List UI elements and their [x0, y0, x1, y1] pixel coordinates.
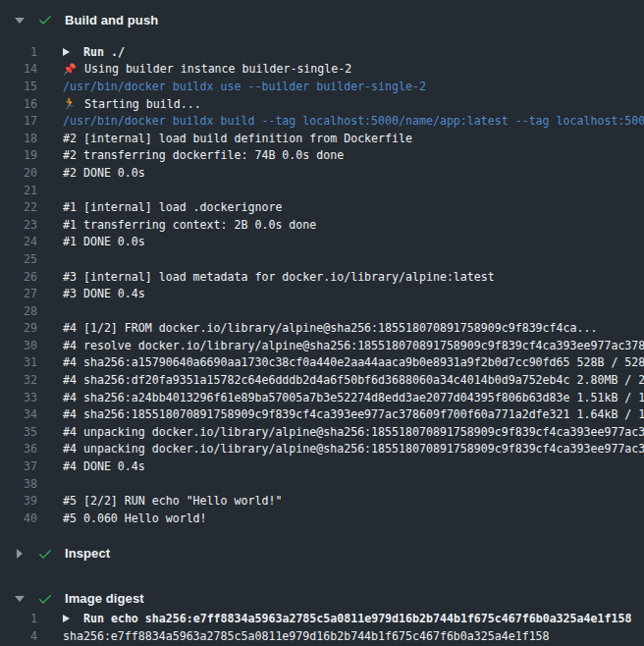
- log-text: #5 [2/2] RUN echo "Hello world!": [63, 494, 644, 508]
- log-section-inspect: Inspect: [0, 545, 644, 563]
- log-text-content: #1 [internal] load .dockerignore: [63, 200, 282, 214]
- log-text-content: #4 sha256:a24bb4013296f61e89ba57005a7b3e…: [63, 391, 644, 404]
- expand-section-icon[interactable]: [17, 549, 23, 559]
- workflow-log: Build and push1Run ./14📌Using builder in…: [0, 0, 644, 646]
- log-line: 38: [0, 475, 644, 493]
- line-number[interactable]: 17: [0, 114, 37, 128]
- line-number[interactable]: 1: [0, 45, 37, 59]
- line-number[interactable]: 18: [0, 132, 37, 145]
- line-number[interactable]: 36: [0, 442, 37, 456]
- log-line: 17/usr/bin/docker buildx build --tag loc…: [0, 112, 644, 130]
- line-number[interactable]: 21: [0, 184, 37, 197]
- section-header-image-digest[interactable]: Image digest: [0, 590, 644, 608]
- log-text: #4 resolve docker.io/library/alpine@sha2…: [63, 339, 644, 352]
- log-line: 16🏃Starting build...: [0, 95, 644, 113]
- pushpin-icon: 📌: [63, 64, 78, 75]
- log-line: 37#4 DONE 0.4s: [0, 458, 644, 475]
- log-line: 4sha256:e7ff8834a5963a2785c5a0811e979d16…: [0, 627, 644, 645]
- log-text-content: #4 sha256:a15790640a6690aa1730c38cf0a440…: [63, 355, 644, 369]
- log-text-content: #4 sha256:185518070891758909c9f839cf4ca3…: [63, 407, 644, 421]
- log-text: /usr/bin/docker buildx build --tag local…: [63, 114, 644, 128]
- log-section-build-and-push: Build and push1Run ./14📌Using builder in…: [0, 11, 644, 527]
- log-line: 24#1 DONE 0.0s: [0, 234, 644, 251]
- log-line: 32#4 sha256:df20fa9351a15782c64e6dddb2d4…: [0, 371, 644, 389]
- log-text: 🏃Starting build...: [63, 97, 644, 111]
- collapse-section-icon[interactable]: [15, 18, 25, 24]
- log-text: Run echo sha256:e7ff8834a5963a2785c5a081…: [63, 612, 644, 625]
- line-number[interactable]: 38: [0, 477, 37, 491]
- log-line: 22#1 [internal] load .dockerignore: [0, 198, 644, 216]
- log-line: 26#3 [internal] load metadata for docker…: [0, 268, 644, 286]
- log-line: 1Run echo sha256:e7ff8834a5963a2785c5a08…: [0, 611, 644, 628]
- line-number[interactable]: 32: [0, 373, 37, 387]
- line-number[interactable]: 40: [0, 511, 37, 525]
- log-text: 📌Using builder instance builder-single-2: [63, 62, 644, 76]
- log-line: 31#4 sha256:a15790640a6690aa1730c38cf0a4…: [0, 354, 644, 372]
- line-number[interactable]: 22: [0, 200, 37, 214]
- log-line: 34#4 sha256:185518070891758909c9f839cf4c…: [0, 405, 644, 423]
- line-number[interactable]: 29: [0, 321, 37, 335]
- log-line: 40#5 0.060 Hello world!: [0, 510, 644, 527]
- log-text-content: Run ./: [83, 45, 125, 59]
- log-text-content: /usr/bin/docker buildx use --builder bui…: [63, 80, 426, 93]
- log-text: #5 0.060 Hello world!: [63, 511, 644, 525]
- line-number[interactable]: 20: [0, 166, 37, 180]
- log-text: #2 [internal] load build definition from…: [63, 132, 644, 145]
- log-text-content: #4 [1/2] FROM docker.io/library/alpine@s…: [63, 321, 597, 335]
- line-number[interactable]: 33: [0, 391, 37, 404]
- log-text-content: #5 [2/2] RUN echo "Hello world!": [63, 494, 282, 508]
- log-line: 27#3 DONE 0.4s: [0, 285, 644, 302]
- line-number[interactable]: 15: [0, 80, 37, 93]
- log-text-content: /usr/bin/docker buildx build --tag local…: [63, 114, 644, 128]
- line-number[interactable]: 39: [0, 494, 37, 508]
- line-number[interactable]: 37: [0, 459, 37, 473]
- log-text: #2 transferring dockerfile: 74B 0.0s don…: [63, 148, 644, 162]
- line-number[interactable]: 16: [0, 97, 37, 111]
- line-number[interactable]: 31: [0, 355, 37, 369]
- log-line: 1Run ./: [0, 43, 644, 61]
- log-text-content: #4 resolve docker.io/library/alpine@sha2…: [63, 339, 644, 352]
- log-text: #1 DONE 0.0s: [63, 235, 644, 248]
- section-title: Image digest: [65, 591, 144, 606]
- log-line: 39#5 [2/2] RUN echo "Hello world!": [0, 492, 644, 510]
- line-number[interactable]: 35: [0, 425, 37, 439]
- run-toggle-play-icon[interactable]: [63, 615, 70, 622]
- line-number[interactable]: 25: [0, 252, 37, 266]
- line-number[interactable]: 23: [0, 218, 37, 232]
- log-text: #4 sha256:df20fa9351a15782c64e6dddb2d4a6…: [63, 373, 644, 387]
- line-number[interactable]: 14: [0, 62, 37, 76]
- log-text: Run ./: [63, 45, 644, 59]
- log-line: 14📌Using builder instance builder-single…: [0, 61, 644, 79]
- log-line: 33#4 sha256:a24bb4013296f61e89ba57005a7b…: [0, 389, 644, 406]
- success-check-icon: [37, 12, 53, 27]
- log-line: 25: [0, 250, 644, 268]
- line-number[interactable]: 4: [0, 629, 37, 643]
- log-text: #4 DONE 0.4s: [63, 459, 644, 473]
- runner-icon: 🏃: [63, 98, 78, 109]
- section-header-inspect[interactable]: Inspect: [0, 545, 644, 563]
- section-header-build-and-push[interactable]: Build and push: [0, 11, 644, 28]
- log-text: #3 DONE 0.4s: [63, 287, 644, 300]
- line-number[interactable]: 28: [0, 304, 37, 318]
- log-text: /usr/bin/docker buildx use --builder bui…: [63, 80, 644, 93]
- run-toggle-play-icon[interactable]: [63, 48, 70, 56]
- log-text-content: #2 [internal] load build definition from…: [63, 132, 412, 145]
- log-text-content: Using builder instance builder-single-2: [84, 62, 351, 76]
- line-number[interactable]: 27: [0, 287, 37, 300]
- log-text: #1 [internal] load .dockerignore: [63, 200, 644, 214]
- section-title: Build and push: [65, 13, 158, 27]
- line-number[interactable]: 19: [0, 148, 37, 162]
- log-text-content: #3 DONE 0.4s: [63, 287, 145, 300]
- log-line: 15/usr/bin/docker buildx use --builder b…: [0, 78, 644, 95]
- line-number[interactable]: 24: [0, 235, 37, 248]
- line-number[interactable]: 1: [0, 612, 37, 625]
- collapse-section-icon[interactable]: [15, 596, 25, 602]
- log-text-content: #3 [internal] load metadata for docker.i…: [63, 270, 495, 284]
- log-text: #4 sha256:185518070891758909c9f839cf4ca3…: [63, 407, 644, 421]
- line-number[interactable]: 30: [0, 339, 37, 352]
- line-number[interactable]: 26: [0, 270, 37, 284]
- line-number[interactable]: 34: [0, 407, 37, 421]
- success-check-icon: [37, 546, 53, 562]
- log-line: 20#2 DONE 0.0s: [0, 164, 644, 182]
- log-line: 23#1 transferring context: 2B 0.0s done: [0, 216, 644, 234]
